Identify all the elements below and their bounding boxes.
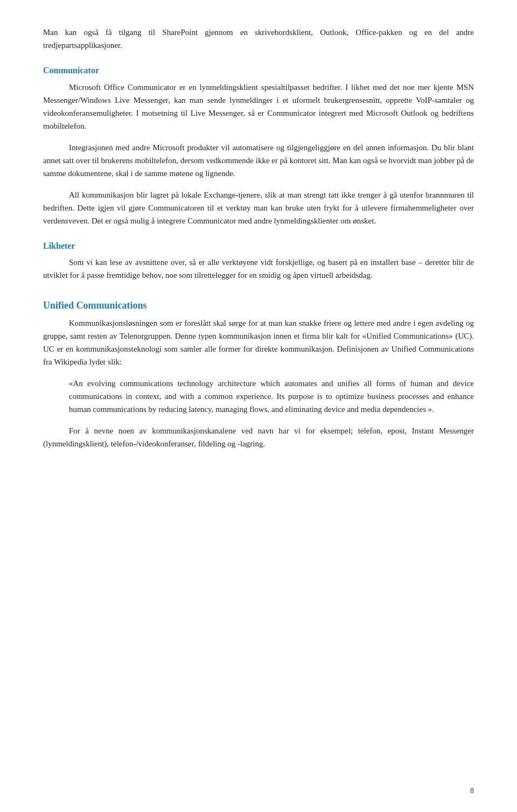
communicator-p1: Microsoft Office Communicator er en lynm… — [43, 81, 474, 132]
unified-heading: Unified Communications — [43, 298, 474, 313]
page-number: 8 — [470, 785, 474, 797]
likheter-p1: Som vi kan lese av avsnittene over, så e… — [43, 256, 474, 282]
likheter-heading: Likheter — [43, 239, 474, 253]
communicator-heading: Communicator — [43, 64, 474, 78]
communicator-p2: Integrasjonen med andre Microsoft produk… — [43, 141, 474, 180]
unified-p2: For å nevne noen av kommunikasjonskanale… — [43, 424, 474, 450]
unified-quote: «An evolving communications technology a… — [69, 377, 474, 416]
unified-p1: Kommunikasjonsløsningen som er foreslått… — [43, 317, 474, 368]
intro-paragraph: Man kan også få tilgang til SharePoint g… — [43, 26, 474, 52]
communicator-p3: All kommunikasjon blir lagret på lokale … — [43, 188, 474, 227]
page: Man kan også få tilgang til SharePoint g… — [0, 0, 517, 812]
